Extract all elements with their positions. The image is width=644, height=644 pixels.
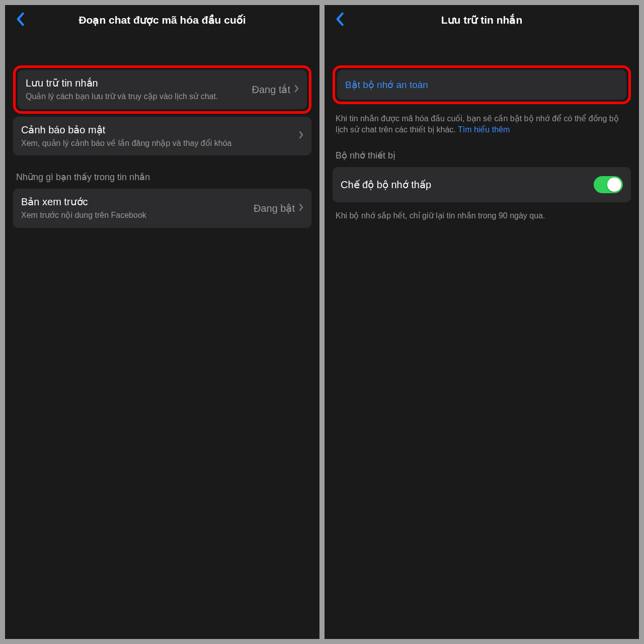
screen-encrypted-chat: Đoạn chat được mã hóa đầu cuối Lưu trữ t… bbox=[5, 5, 319, 639]
row-title: Lưu trữ tin nhắn bbox=[26, 77, 247, 89]
content-area: Lưu trữ tin nhắn Quản lý cách bạn lưu tr… bbox=[5, 33, 319, 639]
highlight-box: Lưu trữ tin nhắn Quản lý cách bạn lưu tr… bbox=[13, 65, 311, 114]
highlight-box: Bật bộ nhớ an toàn bbox=[333, 65, 631, 104]
screen-message-storage: Lưu trữ tin nhắn Bật bộ nhớ an toàn Khi … bbox=[325, 5, 639, 639]
chevron-left-icon bbox=[16, 12, 25, 28]
row-low-storage-mode[interactable]: Chế độ bộ nhớ thấp bbox=[333, 167, 631, 202]
chevron-left-icon bbox=[335, 12, 344, 28]
row-title: Bản xem trước bbox=[21, 196, 249, 208]
row-value: Đang bật bbox=[254, 202, 295, 214]
header: Đoạn chat được mã hóa đầu cuối bbox=[5, 5, 319, 33]
toggle-knob bbox=[607, 178, 621, 192]
learn-more-link[interactable]: Tìm hiểu thêm bbox=[458, 125, 510, 134]
footnote-low-storage: Khi bộ nhớ sắp hết, chỉ giữ lại tin nhắn… bbox=[333, 204, 631, 221]
page-title: Lưu trữ tin nhắn bbox=[332, 14, 632, 26]
row-security-alerts[interactable]: Cảnh báo bảo mật Xem, quản lý cảnh báo v… bbox=[13, 117, 311, 156]
chevron-right-icon bbox=[299, 131, 303, 141]
chevron-right-icon bbox=[294, 85, 299, 95]
toggle-low-storage[interactable] bbox=[594, 176, 623, 193]
back-button[interactable] bbox=[12, 12, 28, 28]
row-preview[interactable]: Bản xem trước Xem trước nội dung trên Fa… bbox=[13, 189, 311, 228]
row-subtitle: Quản lý cách bạn lưu trữ và truy cập vào… bbox=[26, 91, 247, 102]
footnote-secure-storage: Khi tin nhắn được mã hóa đầu cuối, bạn s… bbox=[333, 107, 631, 136]
row-title: Chế độ bộ nhớ thấp bbox=[341, 179, 431, 191]
section-header-what-you-see: Những gì bạn thấy trong tin nhắn bbox=[13, 157, 311, 189]
row-message-storage[interactable]: Lưu trữ tin nhắn Quản lý cách bạn lưu tr… bbox=[18, 70, 307, 109]
section-header-device-storage: Bộ nhớ thiết bị bbox=[333, 136, 631, 167]
row-enable-secure-storage[interactable]: Bật bộ nhớ an toàn bbox=[337, 70, 626, 100]
content-area: Bật bộ nhớ an toàn Khi tin nhắn được mã … bbox=[325, 33, 639, 639]
row-subtitle: Xem trước nội dung trên Facebook bbox=[21, 210, 249, 221]
row-value: Đang tắt bbox=[252, 84, 290, 96]
header: Lưu trữ tin nhắn bbox=[325, 5, 639, 33]
page-title: Đoạn chat được mã hóa đầu cuối bbox=[12, 14, 312, 26]
row-subtitle: Xem, quản lý cảnh báo về lần đăng nhập v… bbox=[21, 138, 294, 149]
chevron-right-icon bbox=[299, 203, 303, 213]
row-title: Cảnh báo bảo mật bbox=[21, 124, 294, 136]
back-button[interactable] bbox=[332, 12, 348, 28]
row-title: Bật bộ nhớ an toàn bbox=[345, 79, 428, 91]
